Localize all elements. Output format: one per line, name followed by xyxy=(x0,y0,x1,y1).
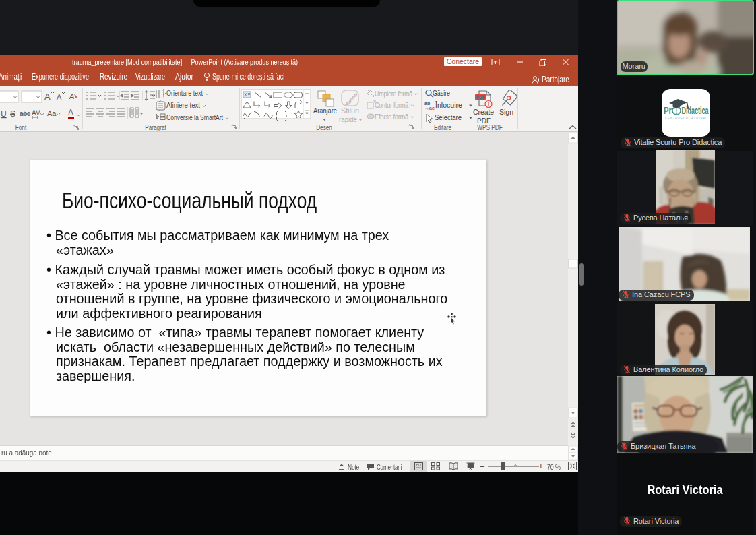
svg-text:Sign: Sign xyxy=(499,108,513,116)
svg-text:→ac: →ac xyxy=(424,106,435,111)
svg-text:Conversie la SmartArt: Conversie la SmartArt xyxy=(166,113,223,121)
svg-text:Selectare: Selectare xyxy=(435,113,462,121)
svg-text:Efecte formă: Efecte formă xyxy=(375,113,409,121)
svg-text:Didactica: Didactica xyxy=(682,105,709,116)
svg-text:A: A xyxy=(57,93,62,101)
svg-text:A: A xyxy=(69,92,74,100)
svg-text:PDF: PDF xyxy=(476,95,485,100)
svg-text:rapide: rapide xyxy=(339,115,357,123)
svg-text:Stiluri: Stiluri xyxy=(341,106,359,115)
svg-text:Aranjare: Aranjare xyxy=(313,106,337,115)
svg-text:abc: abc xyxy=(20,110,30,117)
svg-text:C E N T R U E D U C A T I O: C E N T R U E D U C A T I O N A L xyxy=(665,117,707,120)
svg-text:Înlocuire: Înlocuire xyxy=(435,101,462,109)
svg-text:Găsire: Găsire xyxy=(433,89,450,97)
svg-text:U: U xyxy=(1,109,7,119)
svg-text:Contur formă: Contur formă xyxy=(375,101,409,109)
svg-text:Create: Create xyxy=(473,108,494,116)
svg-text:Aliniere text: Aliniere text xyxy=(166,101,200,109)
svg-text:A: A xyxy=(68,108,73,117)
svg-text:Orientare text: Orientare text xyxy=(166,89,203,97)
svg-text:Pr: Pr xyxy=(664,105,672,116)
svg-text:Aa: Aa xyxy=(47,109,57,117)
svg-text:S: S xyxy=(10,109,15,119)
svg-text:ab: ab xyxy=(424,101,430,106)
svg-text:A: A xyxy=(44,92,51,102)
svg-text:Umplere formă: Umplere formă xyxy=(375,90,413,98)
svg-text:AV: AV xyxy=(32,109,40,117)
